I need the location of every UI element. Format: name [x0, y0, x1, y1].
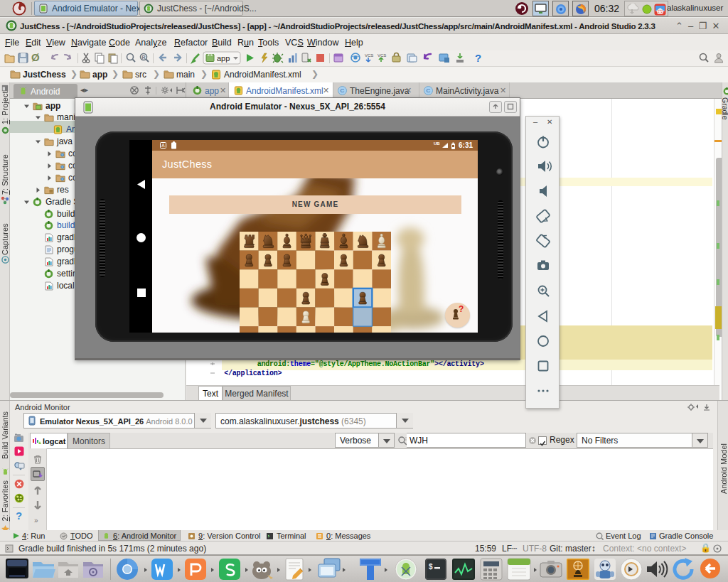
svg-text:Ø: Ø	[31, 51, 40, 63]
svg-text:$: $	[429, 563, 433, 571]
svg-text:R: R	[141, 55, 145, 60]
svg-text:272: 272	[658, 10, 663, 14]
svg-text:C: C	[341, 87, 345, 94]
svg-text:C: C	[427, 87, 431, 94]
svg-text:app: app	[217, 54, 230, 63]
svg-text:?: ?	[475, 52, 481, 64]
svg-text:VCS: VCS	[365, 53, 373, 58]
svg-text:VCS: VCS	[378, 53, 386, 58]
svg-text:A: A	[161, 143, 165, 148]
